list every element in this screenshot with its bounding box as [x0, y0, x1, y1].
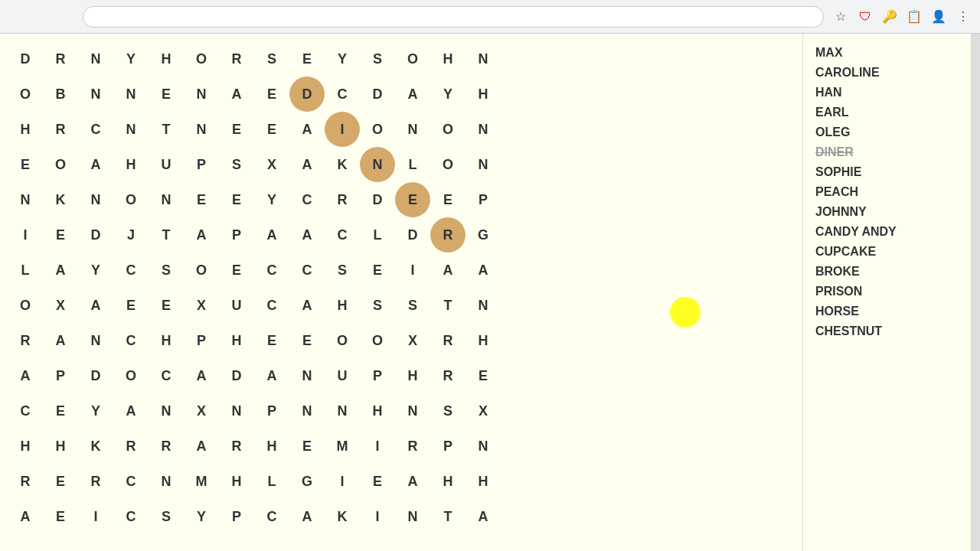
grid-cell[interactable]: E [43, 393, 78, 429]
grid-cell[interactable]: K [78, 429, 113, 464]
grid-cell[interactable]: L [395, 147, 430, 182]
grid-cell[interactable]: P [184, 147, 219, 182]
word-item[interactable]: BROKE [815, 265, 959, 279]
grid-cell[interactable]: E [184, 182, 219, 217]
grid-cell[interactable]: H [466, 464, 501, 499]
grid-cell[interactable]: E [360, 464, 395, 499]
grid-cell[interactable]: N [184, 112, 219, 147]
grid-cell[interactable]: A [289, 147, 325, 182]
grid-cell[interactable]: A [466, 253, 501, 288]
grid-cell[interactable]: I [360, 499, 395, 534]
grid-cell[interactable]: G [466, 217, 501, 253]
word-item[interactable]: EARL [815, 106, 959, 119]
grid-cell[interactable]: L [254, 464, 289, 499]
grid-cell[interactable]: D [78, 358, 113, 393]
word-item[interactable]: HORSE [815, 305, 959, 318]
grid-cell[interactable]: O [113, 358, 149, 393]
grid-cell[interactable]: S [149, 253, 184, 288]
grid-cell[interactable]: A [184, 429, 219, 464]
address-bar[interactable] [83, 6, 824, 28]
grid-cell[interactable]: S [325, 253, 360, 288]
grid-cell[interactable]: M [184, 464, 219, 499]
grid-cell[interactable]: E [254, 77, 289, 112]
grid-cell[interactable]: S [360, 288, 395, 323]
forward-button[interactable] [31, 6, 52, 28]
grid-cell[interactable]: D [8, 41, 43, 77]
grid-cell[interactable]: E [149, 288, 184, 323]
grid-cell[interactable]: Y [184, 499, 219, 534]
grid-cell[interactable]: L [8, 253, 43, 288]
grid-cell[interactable]: C [325, 217, 360, 253]
grid-cell[interactable]: E [289, 323, 325, 358]
menu-button[interactable]: ⋮ [952, 6, 974, 28]
grid-cell[interactable]: S [395, 288, 430, 323]
grid-cell[interactable]: N [466, 147, 501, 182]
grid-cell[interactable]: K [43, 182, 78, 217]
grid-cell[interactable]: R [430, 323, 466, 358]
grid-cell[interactable]: C [149, 358, 184, 393]
grid-cell[interactable]: O [430, 112, 466, 147]
grid-cell[interactable]: C [254, 253, 289, 288]
grid-cell[interactable]: O [8, 288, 43, 323]
grid-cell[interactable]: I [360, 429, 395, 464]
grid-cell[interactable]: E [289, 429, 325, 464]
grid-cell[interactable]: N [78, 182, 113, 217]
grid-cell[interactable]: C [8, 393, 43, 429]
grid-cell[interactable]: H [219, 323, 254, 358]
grid-cell[interactable]: R [325, 182, 360, 217]
grid-cell[interactable]: N [149, 393, 184, 429]
grid-cell[interactable]: U [325, 358, 360, 393]
grid-cell[interactable]: D [289, 77, 325, 112]
grid-cell[interactable]: A [184, 217, 219, 253]
grid-cell[interactable]: N [325, 393, 360, 429]
grid-cell[interactable]: H [466, 77, 501, 112]
grid-cell[interactable]: H [325, 288, 360, 323]
grid-cell[interactable]: H [466, 323, 501, 358]
grid-cell[interactable]: I [395, 253, 430, 288]
grid-cell[interactable]: N [78, 41, 113, 77]
grid-cell[interactable]: A [113, 393, 149, 429]
grid-cell[interactable]: T [149, 112, 184, 147]
grid-cell[interactable]: R [219, 429, 254, 464]
grid-cell[interactable]: P [219, 217, 254, 253]
grid-cell[interactable]: P [43, 358, 78, 393]
grid-cell[interactable]: C [113, 323, 149, 358]
grid-cell[interactable]: O [360, 323, 395, 358]
grid-cell[interactable]: R [113, 429, 149, 464]
word-item[interactable]: CAROLINE [815, 66, 959, 80]
grid-cell[interactable]: A [8, 358, 43, 393]
grid-cell[interactable]: A [254, 217, 289, 253]
grid-cell[interactable]: P [360, 358, 395, 393]
grid-cell[interactable]: H [8, 429, 43, 464]
grid-cell[interactable]: Y [325, 41, 360, 77]
grid-cell[interactable]: U [149, 147, 184, 182]
grid-cell[interactable]: O [184, 253, 219, 288]
grid-cell[interactable]: C [289, 182, 325, 217]
grid-cell[interactable]: I [78, 499, 113, 534]
grid-cell[interactable]: H [395, 358, 430, 393]
grid-cell[interactable]: R [395, 429, 430, 464]
grid-cell[interactable]: R [430, 358, 466, 393]
grid-cell[interactable]: A [8, 499, 43, 534]
extension-button2[interactable]: 🔑 [879, 6, 900, 28]
grid-cell[interactable]: O [43, 147, 78, 182]
grid-cell[interactable]: T [149, 217, 184, 253]
grid-cell[interactable]: A [289, 217, 325, 253]
grid-cell[interactable]: C [113, 499, 149, 534]
grid-cell[interactable]: E [149, 77, 184, 112]
grid-cell[interactable]: E [289, 41, 325, 77]
grid-cell[interactable]: E [219, 253, 254, 288]
grid-cell[interactable]: A [78, 147, 113, 182]
grid-cell[interactable]: H [149, 323, 184, 358]
extension-button3[interactable]: 📋 [903, 6, 925, 28]
grid-cell[interactable]: E [466, 358, 501, 393]
grid-cell[interactable]: R [149, 429, 184, 464]
grid-cell[interactable]: Y [78, 393, 113, 429]
grid-cell[interactable]: R [219, 41, 254, 77]
grid-cell[interactable]: D [78, 217, 113, 253]
grid-cell[interactable]: I [325, 112, 360, 147]
word-item[interactable]: OLEG [815, 126, 959, 139]
grid-cell[interactable]: N [8, 182, 43, 217]
grid-cell[interactable]: C [113, 464, 149, 499]
grid-cell[interactable]: H [219, 464, 254, 499]
